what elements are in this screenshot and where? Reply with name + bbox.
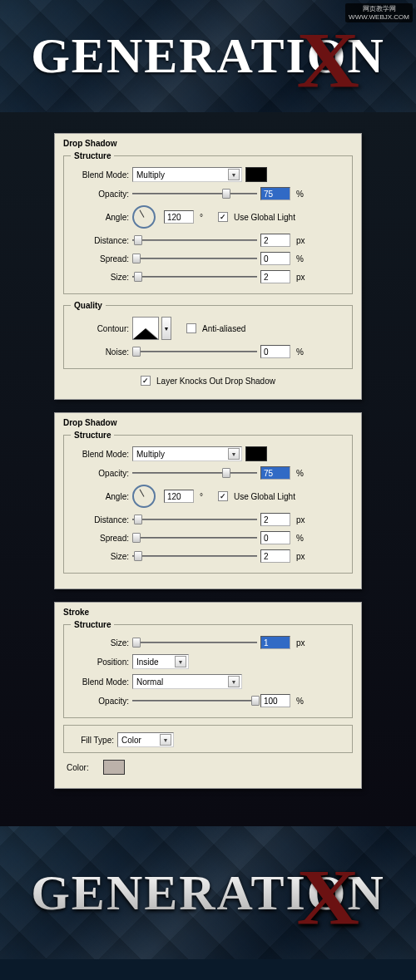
panel-drop-shadow-1: Drop Shadow Structure Blend Mode: Multip…: [54, 133, 362, 400]
angle-dial[interactable]: [132, 485, 156, 508]
panel-drop-shadow-2: Drop Shadow Structure Blend Mode: Multip…: [54, 412, 362, 589]
contour-swatch[interactable]: [132, 317, 159, 340]
opacity-slider[interactable]: [132, 188, 257, 199]
watermark-line1: 网页教学网: [349, 5, 409, 13]
knockout-label: Layer Knocks Out Drop Shadow: [156, 377, 275, 386]
blend-mode-dropdown[interactable]: Normal ▼: [132, 674, 242, 689]
panel1-title: Drop Shadow: [63, 139, 353, 148]
size-label: Size:: [71, 273, 129, 282]
knockout-checkbox[interactable]: [141, 376, 151, 386]
blend-mode-value: Normal: [136, 677, 228, 687]
panel-stroke: Stroke Structure Size: 1 px Position: In…: [54, 602, 362, 789]
blend-mode-value: Multiply: [136, 170, 228, 180]
noise-unit: %: [296, 347, 311, 357]
distance-unit: px: [296, 515, 311, 524]
global-light-checkbox[interactable]: [218, 491, 228, 501]
footer-preview: GENERATION X: [0, 826, 416, 959]
spread-unit: %: [296, 534, 311, 543]
panel1-quality: Quality Contour: ▼ Anti-aliased Noise: 0…: [63, 301, 353, 369]
size-slider[interactable]: [132, 550, 257, 562]
spread-label: Spread:: [71, 534, 129, 543]
chevron-down-icon: ▼: [228, 169, 240, 180]
blend-mode-dropdown[interactable]: Multiply ▼: [132, 167, 242, 182]
distance-unit: px: [296, 236, 311, 245]
size-unit: px: [296, 273, 311, 282]
chevron-down-icon: ▼: [160, 734, 171, 746]
footer-text: GENERATION X: [31, 864, 385, 922]
panel1-structure: Structure Blend Mode: Multiply ▼ Opacity…: [63, 151, 353, 294]
noise-slider[interactable]: [132, 346, 257, 357]
opacity-label: Opacity:: [71, 697, 129, 706]
size-input[interactable]: 2: [260, 549, 290, 563]
blend-mode-value: Multiply: [136, 450, 228, 459]
chevron-down-icon: ▼: [175, 656, 186, 667]
opacity-input[interactable]: 100: [260, 694, 290, 707]
panel1-structure-legend: Structure: [71, 151, 114, 160]
opacity-unit: %: [296, 190, 311, 199]
panel2-structure: Structure Blend Mode: Multiply ▼ Opacity…: [63, 431, 353, 574]
chevron-down-icon: ▼: [228, 676, 240, 687]
contour-label: Contour:: [71, 324, 129, 333]
opacity-slider[interactable]: [132, 695, 257, 707]
size-input[interactable]: 2: [260, 270, 290, 283]
angle-input[interactable]: 120: [164, 210, 194, 224]
noise-input[interactable]: 0: [260, 345, 290, 358]
fill-type-label: Fill Type:: [71, 736, 114, 745]
position-label: Position:: [71, 657, 129, 667]
angle-label: Angle:: [71, 213, 129, 222]
distance-label: Distance:: [71, 515, 129, 524]
noise-label: Noise:: [71, 347, 129, 357]
spread-label: Spread:: [71, 254, 129, 263]
position-value: Inside: [136, 657, 175, 667]
global-light-checkbox[interactable]: [218, 212, 228, 222]
blend-mode-dropdown[interactable]: Multiply ▼: [132, 446, 242, 461]
angle-unit: °: [200, 492, 215, 501]
distance-input[interactable]: 2: [260, 234, 290, 247]
distance-slider[interactable]: [132, 234, 257, 246]
spread-slider[interactable]: [132, 253, 257, 264]
size-label: Size:: [71, 638, 129, 648]
spread-input[interactable]: 0: [260, 531, 290, 544]
size-slider[interactable]: [132, 271, 257, 283]
color-label: Color:: [67, 763, 100, 772]
spread-unit: %: [296, 254, 311, 263]
panel3-fill: Fill Type: Color ▼: [63, 725, 353, 753]
opacity-unit: %: [296, 469, 311, 478]
angle-dial[interactable]: [132, 205, 156, 229]
fill-type-dropdown[interactable]: Color ▼: [117, 732, 174, 747]
shadow-color-swatch[interactable]: [245, 167, 267, 182]
shadow-color-swatch[interactable]: [245, 446, 267, 461]
angle-label: Angle:: [71, 492, 129, 501]
spread-slider[interactable]: [132, 532, 257, 544]
size-unit: px: [296, 638, 311, 648]
size-slider[interactable]: [132, 637, 257, 648]
position-dropdown[interactable]: Inside ▼: [132, 654, 189, 669]
footer-x-mark: X: [297, 852, 362, 943]
panels-container: Drop Shadow Structure Blend Mode: Multip…: [0, 112, 416, 826]
opacity-input[interactable]: 75: [260, 466, 290, 480]
opacity-label: Opacity:: [71, 469, 129, 478]
anti-aliased-checkbox[interactable]: [186, 323, 196, 333]
panel3-structure: Structure Size: 1 px Position: Inside ▼ …: [63, 620, 353, 718]
spread-input[interactable]: 0: [260, 252, 290, 265]
blend-mode-label: Blend Mode:: [71, 450, 129, 459]
opacity-unit: %: [296, 697, 311, 706]
header-preview: 网页教学网 WWW.WEBJX.COM GENERATION X: [0, 0, 416, 112]
contour-dropdown-icon[interactable]: ▼: [161, 317, 171, 340]
header-x-mark: X: [297, 15, 362, 106]
distance-slider[interactable]: [132, 514, 257, 525]
opacity-slider[interactable]: [132, 467, 257, 479]
blend-mode-label: Blend Mode:: [71, 677, 129, 687]
header-text: GENERATION X: [31, 27, 385, 85]
blend-mode-label: Blend Mode:: [71, 170, 129, 180]
size-unit: px: [296, 552, 311, 561]
stroke-color-swatch[interactable]: [103, 760, 125, 775]
distance-label: Distance:: [71, 236, 129, 245]
fill-type-value: Color: [121, 736, 160, 745]
opacity-input[interactable]: 75: [260, 187, 290, 200]
angle-input[interactable]: 120: [164, 490, 194, 503]
size-input[interactable]: 1: [260, 636, 290, 649]
distance-input[interactable]: 2: [260, 513, 290, 526]
global-light-label: Use Global Light: [234, 492, 295, 501]
chevron-down-icon: ▼: [228, 448, 240, 460]
